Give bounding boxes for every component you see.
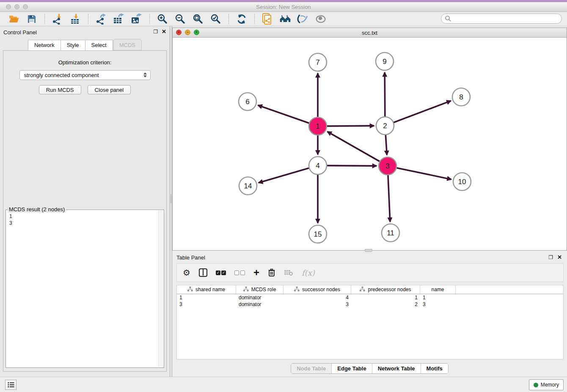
select-all-columns-icon[interactable]: ✓✓ <box>216 271 226 275</box>
horizontal-splitter-handle[interactable] <box>365 249 372 252</box>
control-panel-float-icon[interactable]: ❐ <box>153 29 158 34</box>
save-session-icon[interactable] <box>26 13 38 25</box>
cell-successor-nodes[interactable]: 3 <box>284 301 351 308</box>
import-table-icon[interactable] <box>69 13 81 25</box>
apply-layout-icon[interactable] <box>236 13 248 25</box>
column-header-successor-nodes[interactable]: successor nodes <box>284 285 351 294</box>
tab-node-table[interactable]: Node Table <box>291 364 331 373</box>
edge-2-9[interactable] <box>385 72 385 118</box>
toolbar-separator <box>44 14 45 24</box>
node-label-2: 2 <box>383 122 387 130</box>
zoom-selected-icon[interactable] <box>210 13 222 25</box>
zoom-in-icon[interactable] <box>157 13 168 25</box>
list-icon <box>8 382 14 388</box>
node-label-1: 1 <box>316 122 319 130</box>
delete-column-icon[interactable] <box>268 268 275 277</box>
tab-style[interactable]: Style <box>61 40 85 51</box>
export-table-icon[interactable] <box>113 13 125 25</box>
add-column-icon[interactable]: + <box>253 268 259 278</box>
hierarchy-icon <box>360 287 365 293</box>
cell-shared-name[interactable]: 1 <box>177 294 236 301</box>
table-tabs: Node TableEdge TableNetwork TableMotifs <box>172 363 567 374</box>
main-toolbar <box>0 12 567 26</box>
edge-1-6[interactable] <box>258 105 311 124</box>
edge-2-3[interactable] <box>385 134 387 155</box>
tab-motifs[interactable]: Motifs <box>421 364 448 373</box>
column-header-MCDS-role[interactable]: MCDS role <box>236 285 284 294</box>
tab-select[interactable]: Select <box>85 40 113 51</box>
import-network-icon[interactable] <box>52 13 63 25</box>
node-label-11: 11 <box>387 229 394 237</box>
network-canvas[interactable]: 7968124314101511 <box>173 38 567 250</box>
table-options-icon[interactable]: ⚙ <box>183 268 190 278</box>
control-panel: Control Panel ❐ ✕ NetworkStyleSelectMCDS… <box>0 26 170 377</box>
run-mcds-button[interactable]: Run MCDS <box>39 85 81 94</box>
search-icon <box>445 15 451 22</box>
edge-3-10[interactable] <box>396 168 451 179</box>
cell-successor-nodes[interactable]: 4 <box>284 294 351 301</box>
splitter-handle[interactable] <box>170 194 172 203</box>
toolbar-separator <box>228 14 229 24</box>
reset-view-icon[interactable] <box>279 13 291 25</box>
column-header-predecessor-nodes[interactable]: predecessor nodes <box>351 285 420 294</box>
edge-3-11[interactable] <box>388 174 390 222</box>
table-panel-close-icon[interactable]: ✕ <box>557 254 562 260</box>
mcds-result-box: MCDS result (2 nodes) 1 3 <box>6 210 164 368</box>
tab-mcds[interactable]: MCDS <box>113 39 142 50</box>
new-network-from-selection-icon[interactable] <box>261 13 273 25</box>
tab-network[interactable]: Network <box>28 40 61 51</box>
toolbar-separator <box>88 14 88 24</box>
node-label-7: 7 <box>316 58 319 66</box>
control-panel-tabs: NetworkStyleSelectMCDS <box>0 40 170 51</box>
memory-button[interactable]: Memory <box>529 379 564 390</box>
cell-MCDS-role[interactable]: dominator <box>236 301 284 308</box>
control-panel-close-icon[interactable]: ✕ <box>162 29 166 34</box>
show-all-icon[interactable] <box>315 13 327 25</box>
search-field[interactable] <box>441 14 562 24</box>
column-header-shared-name[interactable]: shared name <box>177 285 236 294</box>
edge-3-1[interactable] <box>328 132 381 162</box>
hierarchy-icon <box>294 287 300 293</box>
column-header-name[interactable]: name <box>420 285 456 294</box>
criterion-value: strongly connected component <box>24 72 99 78</box>
mcds-result-title: MCDS result (2 nodes) <box>8 206 66 213</box>
memory-status-icon <box>534 383 538 387</box>
edge-1-2[interactable] <box>326 126 374 126</box>
edge-4-3[interactable] <box>326 166 377 166</box>
open-file-icon[interactable] <box>8 13 20 25</box>
table-row[interactable]: 1dominator411 <box>177 294 563 301</box>
table-body: 1dominator4113dominator323 <box>177 294 563 308</box>
zoom-fit-icon[interactable] <box>192 13 204 25</box>
unselect-all-columns-icon[interactable] <box>234 271 245 275</box>
criterion-select[interactable]: strongly connected component <box>19 70 151 80</box>
application-window: Session: New Session <box>0 0 567 392</box>
export-image-icon[interactable] <box>131 13 143 25</box>
cell-MCDS-role[interactable]: dominator <box>236 294 284 301</box>
tab-edge-table[interactable]: Edge Table <box>331 364 372 373</box>
cell-predecessor-nodes[interactable]: 2 <box>351 301 420 308</box>
show-columns-icon[interactable] <box>199 268 207 277</box>
hide-selected-icon[interactable] <box>297 13 309 25</box>
cell-predecessor-nodes[interactable]: 1 <box>351 294 420 301</box>
node-label-8: 8 <box>459 93 463 101</box>
zoom-out-icon[interactable] <box>174 13 186 25</box>
function-builder-icon: f(x) <box>302 268 315 277</box>
search-input[interactable] <box>451 15 561 22</box>
table-panel-float-icon[interactable]: ❐ <box>548 255 553 260</box>
edge-4-14[interactable] <box>259 168 310 182</box>
mcds-panel: Optimization criterion: strongly connect… <box>3 50 167 372</box>
edge-2-8[interactable] <box>393 101 451 123</box>
tab-network-table[interactable]: Network Table <box>372 364 421 373</box>
table-row[interactable]: 3dominator323 <box>177 301 563 308</box>
task-history-button[interactable] <box>5 380 17 390</box>
cell-shared-name[interactable]: 3 <box>177 301 236 308</box>
export-network-icon[interactable] <box>95 13 107 25</box>
control-panel-header: Control Panel ❐ ✕ <box>0 26 170 38</box>
result-scrollbar[interactable] <box>158 210 163 367</box>
table-panel-title: Table Panel <box>176 254 205 261</box>
window-titlebar: Session: New Session <box>0 0 567 12</box>
cell-name[interactable]: 1 <box>420 294 456 301</box>
close-panel-button[interactable]: Close panel <box>88 85 131 94</box>
cell-name[interactable]: 3 <box>420 301 456 308</box>
node-label-6: 6 <box>245 98 249 106</box>
